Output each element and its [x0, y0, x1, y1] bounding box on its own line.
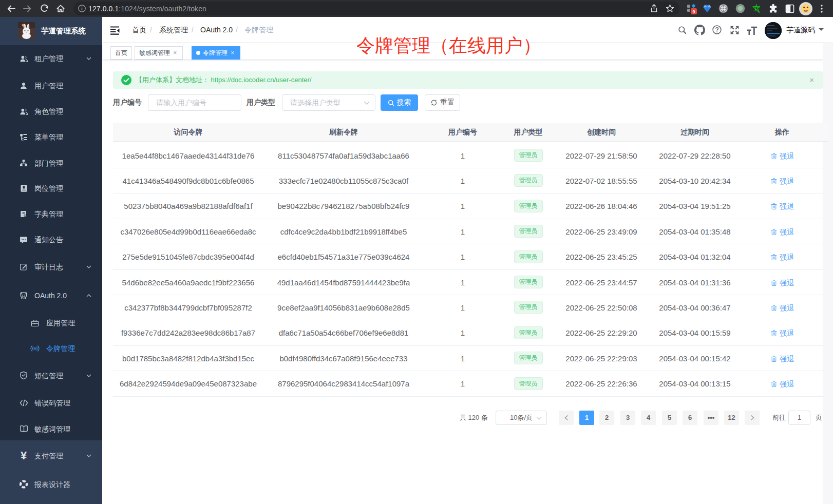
svg-text:9: 9 [692, 9, 695, 14]
svg-text:a: a [34, 346, 36, 350]
